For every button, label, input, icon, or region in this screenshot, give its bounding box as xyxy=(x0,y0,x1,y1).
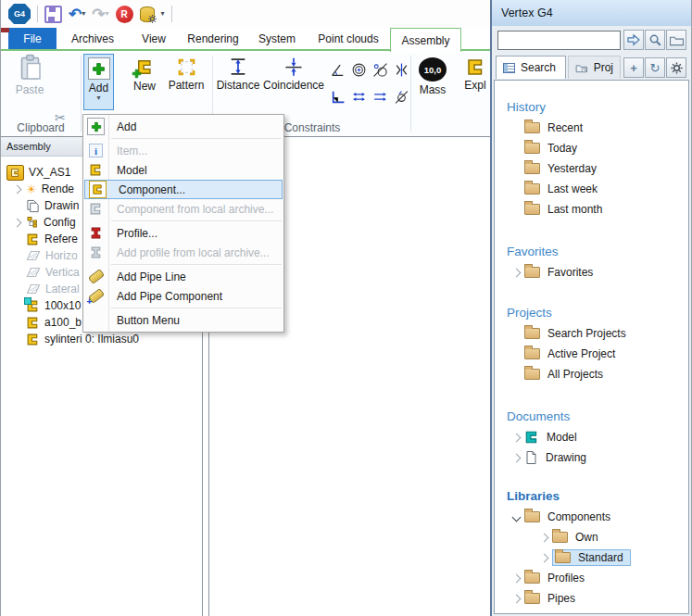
tab-point-clouds[interactable]: Point clouds xyxy=(308,28,388,49)
search-button[interactable] xyxy=(645,30,665,50)
tree-row-last-week[interactable]: Last week xyxy=(495,179,688,199)
toolbar-options-caret[interactable]: ▾ xyxy=(161,10,165,18)
mass-button[interactable]: 10,0 Mass xyxy=(414,54,451,96)
tab-assembly[interactable]: Assembly xyxy=(390,28,461,52)
tab-rendering[interactable]: Rendering xyxy=(181,28,245,49)
tree-label: All Projects xyxy=(547,368,603,381)
browse-button[interactable] xyxy=(666,30,686,50)
search-input[interactable] xyxy=(497,31,621,50)
add-dropdown-caret[interactable]: ▾ xyxy=(96,94,100,102)
coincidence-button[interactable]: Coincidence xyxy=(263,54,324,92)
pattern-button[interactable]: Pattern xyxy=(164,54,208,92)
mass-icon: 10,0 xyxy=(419,57,447,82)
profile-icon xyxy=(89,226,103,240)
perpendicular-constraint-icon[interactable] xyxy=(330,89,346,105)
menu-item-add[interactable]: Add xyxy=(83,117,283,136)
paste-button[interactable]: Paste xyxy=(8,54,51,96)
menu-item-model[interactable]: Model xyxy=(83,160,283,180)
menu-item-item[interactable]: i Item... xyxy=(83,141,283,160)
tab-search[interactable]: Search xyxy=(496,56,566,79)
tree-row-pipes[interactable]: Pipes xyxy=(495,588,688,609)
menu-item-component[interactable]: Component... xyxy=(84,180,283,199)
menu-item-component-local-archive[interactable]: Component from local archive... xyxy=(83,199,283,219)
tab-archives[interactable]: Archives xyxy=(58,28,127,49)
tree-row-own[interactable]: Own xyxy=(495,527,688,547)
tree-label: Horizo xyxy=(45,249,78,262)
explode-button[interactable]: Expl xyxy=(455,54,490,92)
tree-row-all-projects[interactable]: All Projects xyxy=(495,364,688,384)
menu-item-button-menu[interactable]: Button Menu xyxy=(83,310,283,330)
distance-button[interactable]: Distance xyxy=(214,54,262,92)
settings-button[interactable] xyxy=(666,57,686,78)
chevron-down-icon[interactable] xyxy=(512,512,522,522)
menu-item-add-pipe-component[interactable]: + Add Pipe Component xyxy=(83,286,283,306)
tree-label: Search Projects xyxy=(547,327,626,340)
menu-item-add-pipe-line[interactable]: Add Pipe Line xyxy=(83,267,283,286)
chevron-right-icon[interactable] xyxy=(540,533,549,542)
tree-row-yesterday[interactable]: Yesterday xyxy=(495,158,688,179)
tree-label: Pipes xyxy=(547,592,575,605)
go-button[interactable] xyxy=(623,30,644,50)
tree-row-drawing[interactable]: Drawing xyxy=(495,447,688,468)
chevron-right-icon[interactable] xyxy=(540,553,549,562)
mass-label: Mass xyxy=(420,83,447,96)
tree-label: Refere xyxy=(44,233,78,245)
tree-row-components[interactable]: Components xyxy=(495,507,688,527)
database-settings-button[interactable] xyxy=(140,3,155,25)
panel-title: Vertex G4 xyxy=(501,6,553,19)
folder-icon xyxy=(669,34,685,46)
chevron-right-icon[interactable] xyxy=(12,184,21,194)
tangent-constraint-icon[interactable] xyxy=(372,62,388,78)
tree-label: Standard xyxy=(578,551,623,564)
tree-label: Drawing xyxy=(546,451,586,464)
parallel-constraint-icon[interactable] xyxy=(372,89,388,105)
tree-row-profiles[interactable]: Profiles xyxy=(495,568,688,588)
distance-label: Distance xyxy=(217,79,260,92)
tree-row-model[interactable]: Model xyxy=(495,427,688,447)
tab-view[interactable]: View xyxy=(129,28,179,49)
menu-item-profile-local-archive[interactable]: Add profile from local archive... xyxy=(83,243,283,262)
tree-row-sylinteri[interactable]: sylinteri 0: Ilmiasu0 xyxy=(1,331,202,347)
tree-row-standard[interactable]: Standard xyxy=(495,547,688,568)
chevron-right-icon[interactable] xyxy=(512,453,522,462)
search-icon xyxy=(648,33,662,47)
redo-dropdown-caret[interactable]: ▾ xyxy=(106,10,109,18)
redo-button[interactable]: ↷ ▾ xyxy=(92,3,108,25)
new-button[interactable]: New xyxy=(128,54,161,93)
menu-item-profile[interactable]: Profile... xyxy=(83,223,283,243)
undo-dropdown-caret[interactable]: ▾ xyxy=(82,10,85,18)
concentric-constraint-icon[interactable] xyxy=(351,62,367,78)
folder-icon xyxy=(524,511,540,522)
record-button[interactable]: R xyxy=(116,3,133,25)
chevron-right-icon[interactable] xyxy=(512,433,522,442)
equal-constraint-icon[interactable] xyxy=(351,89,367,105)
quick-access-toolbar: G4 ↶ ▾ ↷ ▾ R ▾ xyxy=(1,0,490,28)
antitangent-constraint-icon[interactable] xyxy=(394,89,409,105)
tree-row-last-month[interactable]: Last month xyxy=(495,199,688,220)
tree-row-active-project[interactable]: Active Project xyxy=(495,344,688,364)
add-plus-icon xyxy=(87,118,105,135)
chevron-right-icon[interactable] xyxy=(512,268,522,277)
undo-button[interactable]: ↶ ▾ xyxy=(69,3,85,25)
tab-projects[interactable]: Proj xyxy=(568,56,621,79)
tree-row-favorites[interactable]: Favorites xyxy=(495,262,688,283)
add-plus-icon xyxy=(88,57,110,80)
tree-row-search-projects[interactable]: Search Projects xyxy=(495,323,688,344)
chevron-right-icon[interactable] xyxy=(12,218,21,227)
tab-file[interactable]: File xyxy=(8,28,57,49)
add-button[interactable]: Add ▾ xyxy=(83,54,114,110)
tree-row-today[interactable]: Today xyxy=(495,138,688,158)
symmetry-constraint-icon[interactable] xyxy=(394,62,409,78)
plane-icon xyxy=(26,283,41,295)
folder-icon xyxy=(552,532,568,543)
tab-system[interactable]: System xyxy=(247,28,307,49)
save-button[interactable] xyxy=(44,3,62,25)
chevron-right-icon[interactable] xyxy=(512,594,522,603)
angle-constraint-icon[interactable] xyxy=(330,62,346,78)
refresh-button[interactable]: ↻ xyxy=(645,57,665,78)
chevron-right-icon[interactable] xyxy=(512,573,522,583)
add-favorite-button[interactable]: + xyxy=(623,57,644,78)
menu-item-label: Component from local archive... xyxy=(108,203,273,216)
tree-row-recent[interactable]: Recent xyxy=(495,118,688,138)
folder-icon xyxy=(524,163,540,174)
